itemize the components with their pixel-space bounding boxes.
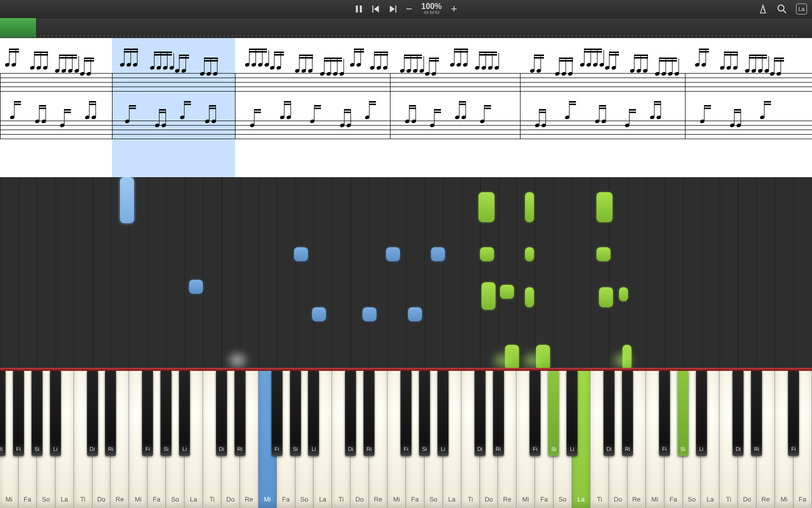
key-glow [228,353,248,368]
next-button[interactable] [389,5,397,13]
falling-note [362,307,376,321]
song-timeline[interactable] [0,18,812,38]
black-key[interactable]: Li [566,371,578,456]
black-key[interactable]: Di [216,371,227,456]
falling-note [431,247,445,261]
falling-note [596,192,612,222]
speed-increase-button[interactable]: + [450,3,457,16]
black-key[interactable]: Di [474,371,486,456]
key-glow [492,353,512,368]
black-key[interactable]: Fi [13,371,24,456]
timeline-ticks [0,34,812,38]
falling-note [408,307,422,321]
speed-display: 100% 49 BPM [422,3,442,15]
black-key[interactable]: Fi [400,371,412,456]
speed-percent: 100% [422,3,442,11]
search-icon[interactable] [777,4,787,14]
note-waterfall [0,177,812,368]
falling-note [120,177,134,223]
falling-note [312,307,326,321]
black-key[interactable]: Ri [622,371,633,456]
black-key[interactable]: Ri [751,371,762,456]
svg-line-9 [784,11,786,13]
falling-note [619,287,628,301]
black-key[interactable]: Di [345,371,356,456]
falling-note [478,192,494,222]
svg-rect-5 [396,6,396,13]
speed-bpm: 49 BPM [422,11,442,15]
falling-note [386,247,400,261]
svg-rect-0 [356,6,358,13]
black-key[interactable]: Si [548,371,559,456]
black-key[interactable]: Di [604,371,614,456]
black-key[interactable]: Li [696,371,707,456]
black-key[interactable]: Fi [659,371,670,456]
black-key[interactable]: Ri [493,371,504,456]
black-key[interactable]: Fi [530,371,540,456]
pause-button[interactable] [355,5,363,13]
black-key[interactable]: Si [160,371,172,456]
falling-note [189,280,203,294]
falling-note [596,247,610,261]
black-key[interactable]: Fi [788,371,799,456]
top-toolbar: − 100% 49 BPM + La [0,0,812,18]
prev-button[interactable] [372,5,380,13]
black-key[interactable]: Li [438,371,448,456]
black-key[interactable]: Ri [364,371,374,456]
black-key[interactable]: Si [32,371,42,456]
black-key[interactable]: Si [678,371,688,456]
falling-note [525,287,534,307]
black-key[interactable]: Ri [234,371,246,456]
svg-point-8 [778,5,784,11]
metronome-icon[interactable] [758,4,768,14]
svg-marker-3 [374,6,379,13]
svg-rect-2 [372,6,374,13]
black-key[interactable]: Ri [0,371,6,456]
black-key[interactable]: Li [50,371,61,456]
black-key[interactable]: Li [308,371,319,456]
svg-marker-4 [390,6,395,13]
piano-keyboard[interactable]: MiFaSoLaTiDoReMiFaSoLaTiDoReMiFaSoLaTiDo… [0,368,812,508]
svg-rect-1 [360,6,362,13]
black-key[interactable]: Di [87,371,98,456]
falling-note [294,247,308,261]
falling-note [599,287,613,307]
black-key[interactable]: Si [290,371,301,456]
black-key[interactable]: Fi [142,371,153,456]
falling-note [525,247,534,261]
black-key[interactable]: Ri [105,371,116,456]
falling-note [500,285,514,299]
speed-decrease-button[interactable]: − [406,3,412,16]
key-glow [522,353,542,368]
note-name-toggle[interactable]: La [796,4,807,15]
falling-note [480,247,494,261]
black-key[interactable]: Fi [272,371,282,456]
black-key[interactable]: Li [179,371,190,456]
key-glow [612,353,632,368]
black-key[interactable]: Di [732,371,744,456]
black-key[interactable]: Si [419,371,430,456]
falling-note [482,282,496,310]
falling-note [525,192,534,222]
sheet-music-panel[interactable] [0,38,812,177]
